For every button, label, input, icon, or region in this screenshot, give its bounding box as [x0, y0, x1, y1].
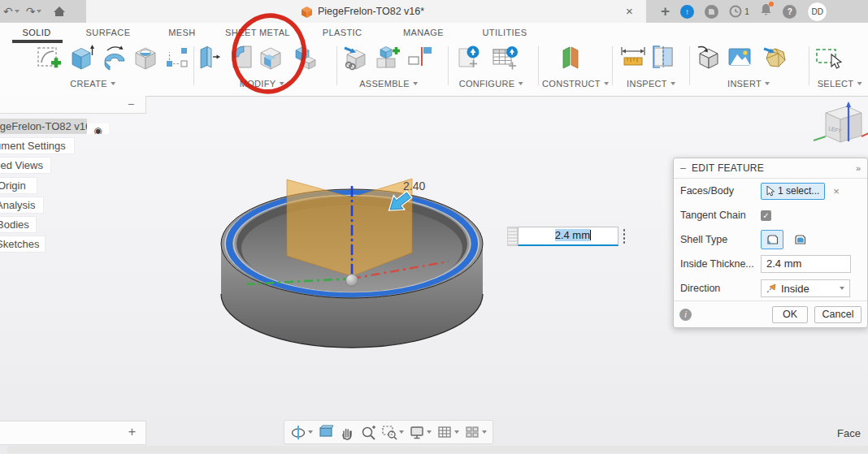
thickness-input[interactable]: 2.4 mm — [518, 227, 618, 246]
insert-canvas-button[interactable] — [727, 44, 756, 75]
redo-icon[interactable]: ↷ — [26, 0, 36, 23]
group-configure[interactable]: CONFIGURE — [459, 79, 523, 89]
pan-icon[interactable] — [339, 424, 355, 440]
shell-button[interactable] — [258, 44, 287, 75]
hole-button[interactable] — [132, 44, 162, 75]
job-status-icon[interactable]: ↑ — [680, 5, 694, 19]
inside-thickness-input[interactable]: 2.4 mm — [761, 255, 851, 273]
home-icon[interactable] — [53, 6, 66, 17]
clear-selection-icon[interactable]: × — [833, 185, 840, 197]
ok-button[interactable]: OK — [772, 306, 808, 323]
group-inspect[interactable]: INSPECT — [627, 79, 675, 89]
joint-button[interactable] — [374, 44, 403, 75]
configuration-table-button[interactable] — [491, 44, 520, 75]
browser-item-document-settings[interactable]: Document Settings — [0, 138, 74, 153]
dialog-expand-icon[interactable]: » — [856, 163, 861, 173]
browser-header: – — [0, 96, 146, 114]
group-select[interactable]: SELECT — [818, 79, 862, 89]
undo-caret-icon[interactable] — [15, 10, 20, 13]
dialog-collapse-icon[interactable]: – — [680, 162, 686, 174]
notifications[interactable] — [760, 3, 772, 19]
tab-sheet-metal[interactable]: SHEET METAL — [225, 28, 290, 37]
create-sketch-button[interactable] — [36, 44, 65, 75]
zoom-icon[interactable] — [360, 424, 376, 440]
viewports-icon — [464, 424, 480, 440]
zoom-window-tool[interactable] — [381, 424, 404, 440]
group-insert[interactable]: INSERT — [727, 79, 770, 89]
grid-icon — [436, 424, 453, 440]
help-icon[interactable]: ? — [783, 5, 796, 19]
measure-button[interactable] — [620, 44, 649, 75]
group-separator — [809, 46, 809, 85]
rigid-group-button[interactable] — [406, 44, 436, 75]
recent-activity[interactable]: 1 — [729, 5, 749, 18]
view-cube[interactable]: LEFT — [811, 101, 868, 158]
shell-type-both-button[interactable] — [788, 230, 811, 249]
grid-snap-tool[interactable] — [436, 424, 459, 440]
combine-button[interactable] — [291, 44, 320, 75]
rectangular-pattern-button[interactable] — [163, 44, 193, 75]
tangent-chain-checkbox[interactable]: ✓ — [761, 210, 771, 221]
faces-selection-button[interactable]: 1 select... — [761, 183, 825, 200]
fusion-360-window: 2.40 LEFT ↶ ↷ PiegeFrelon-TO82 v16* × — [0, 0, 868, 454]
timeline-panel: + — [0, 421, 146, 445]
insert-mesh-button[interactable] — [762, 44, 792, 75]
revolve-button[interactable] — [101, 44, 130, 75]
quick-access-toolbar: ↶ ↷ — [0, 0, 86, 23]
component-activate-radio[interactable]: ◉ — [87, 123, 109, 134]
tab-surface[interactable]: SURFACE — [86, 28, 131, 37]
configure-feature-button[interactable] — [454, 44, 484, 75]
value-box-drag-handle[interactable] — [507, 227, 518, 246]
browser-item-named-views[interactable]: Named Views — [0, 158, 50, 173]
insert-derive-button[interactable] — [695, 44, 724, 75]
group-modify[interactable]: MODIFY — [240, 79, 284, 89]
tab-manage[interactable]: MANAGE — [403, 28, 444, 37]
navigation-bar — [284, 420, 493, 444]
press-pull-button[interactable] — [195, 44, 224, 75]
viewports-tool[interactable] — [464, 424, 487, 440]
cursor-icon — [766, 186, 775, 197]
look-at-icon[interactable] — [318, 424, 334, 440]
avatar[interactable]: DD — [807, 2, 827, 22]
orbit-tool[interactable] — [290, 424, 313, 440]
construct-plane-button[interactable] — [557, 44, 586, 75]
group-create[interactable]: CREATE — [70, 79, 115, 89]
group-separator — [448, 46, 449, 85]
document-tab[interactable]: PiegeFrelon-TO82 v16* × — [86, 0, 646, 23]
browser-item-bodies[interactable]: Bodies — [0, 217, 36, 232]
new-tab-icon[interactable]: + — [661, 2, 670, 20]
group-separator — [336, 46, 337, 85]
tab-utilities[interactable]: UTILITIES — [483, 28, 527, 37]
dialog-info-icon[interactable]: i — [679, 309, 692, 321]
tab-mesh[interactable]: MESH — [168, 28, 195, 37]
close-tab-icon[interactable]: × — [626, 0, 633, 23]
timeline-add-icon[interactable]: + — [128, 425, 136, 439]
new-component-button[interactable] — [342, 44, 371, 75]
extrude-button[interactable] — [68, 44, 98, 75]
value-box-menu-icon[interactable] — [618, 227, 630, 246]
tab-solid[interactable]: SOLID — [22, 28, 50, 37]
collapse-browser-icon[interactable]: – — [128, 97, 134, 110]
group-separator — [689, 46, 690, 85]
browser-root-item[interactable]: PiegeFrelon-TO82 v16◉ — [0, 119, 109, 134]
undo-icon[interactable]: ↶ — [3, 0, 13, 23]
cancel-button[interactable]: Cancel — [814, 306, 861, 323]
ribbon: SOLID SURFACE MESH SHEET METAL PLASTIC M… — [0, 23, 868, 97]
browser-item-analysis[interactable]: Analysis — [0, 197, 43, 213]
redo-caret-icon[interactable] — [37, 10, 41, 13]
timeline-scrubber-track[interactable] — [7, 446, 868, 453]
direction-dropdown[interactable]: Inside — [761, 279, 850, 297]
section-analysis-button[interactable] — [650, 44, 679, 75]
shell-type-inside-button[interactable] — [761, 230, 783, 249]
browser-item-sketches[interactable]: Sketches — [0, 236, 45, 252]
display-settings-tool[interactable] — [409, 424, 432, 440]
select-button[interactable] — [815, 44, 844, 75]
group-construct[interactable]: CONSTRUCT — [542, 79, 609, 89]
tab-plastic[interactable]: PLASTIC — [323, 28, 362, 37]
browser-item-origin[interactable]: Origin — [0, 178, 37, 193]
fillet-button[interactable] — [228, 44, 258, 75]
titlebar-right-icons: + ↑ 1 ? DD — [646, 0, 868, 23]
extensions-icon[interactable] — [705, 5, 718, 19]
zoom-window-icon — [381, 424, 397, 440]
group-assemble[interactable]: ASSEMBLE — [359, 79, 418, 89]
